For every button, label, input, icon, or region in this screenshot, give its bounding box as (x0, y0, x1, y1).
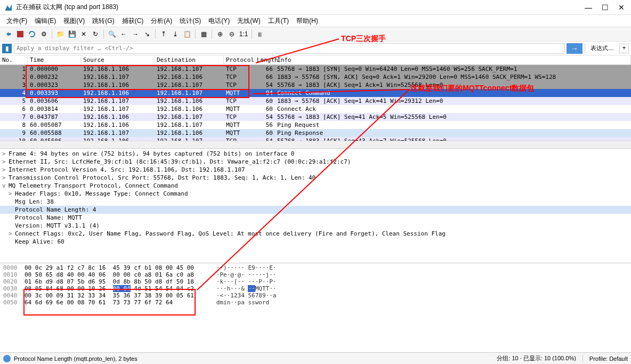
auto-scroll-icon[interactable]: 📋 (182, 29, 192, 39)
col-header-length[interactable]: Length (255, 55, 275, 64)
packet-row[interactable]: 860.005087192.168.1.106192.168.1.107MQTT… (0, 121, 631, 129)
hex-row[interactable]: 003008 05 84 68 00 00 10 26 00 04 4d 51 … (3, 285, 628, 292)
close-button[interactable]: ✕ (618, 3, 625, 12)
statusbar: Protocol Name Length (mqtt.proto_len), 2… (0, 352, 631, 364)
minimize-button[interactable]: — (585, 3, 592, 12)
expression-button[interactable]: 表达式… (587, 43, 617, 53)
tree-row[interactable]: Version: MQTT v3.1.1 (4) (0, 222, 631, 230)
packet-list-pane[interactable]: No. Time Source Destination Protocol Len… (0, 55, 631, 149)
filter-bookmark-icon[interactable]: ▮ (2, 44, 12, 53)
col-header-info[interactable]: Info (275, 55, 631, 64)
last-packet-icon[interactable]: ⤓ (170, 29, 181, 39)
hex-row[interactable]: 004000 3c 00 09 31 32 33 34 35 36 37 38 … (3, 292, 628, 299)
save-file-icon[interactable]: 💾 (67, 29, 77, 39)
menu-item[interactable]: 分析(A) (148, 15, 175, 27)
status-profile-text[interactable]: Profile: Default (589, 355, 628, 362)
menubar: 文件(F)编辑(E)视图(V)跳转(G)捕获(C)分析(A)统计(S)电话(Y)… (0, 15, 631, 27)
display-filter-input[interactable] (14, 43, 564, 54)
status-left-text: Protocol Name Length (mqtt.proto_len), 2… (14, 355, 137, 362)
tree-row[interactable]: Protocol Name: MQTT (0, 214, 631, 222)
toolbar: ⚙ 📁 💾 ✕ ↻ 🔍 ← → ↘ ⤒ ⤓ 📋 ▦ ⊕ ⊖ 1:1 ⫼ (0, 27, 631, 42)
goto-icon[interactable]: ↘ (142, 29, 152, 39)
menu-item[interactable]: 视图(V) (60, 15, 88, 27)
maximize-button[interactable]: ☐ (602, 3, 609, 12)
add-filter-button[interactable]: + (619, 44, 629, 53)
packet-bytes-pane[interactable]: 000000 0c 29 a1 f2 c7 8c 16 45 39 cf b1 … (0, 263, 631, 364)
apply-filter-button[interactable]: → (567, 43, 583, 54)
menu-item[interactable]: 电话(Y) (205, 15, 233, 27)
zoom-reset-icon[interactable]: 1:1 (238, 29, 249, 39)
packet-row[interactable]: 60.003814192.168.1.107192.168.1.106MQTT6… (0, 105, 631, 113)
svg-rect-0 (17, 31, 23, 37)
menu-item[interactable]: 工具(T) (265, 15, 292, 27)
packet-row[interactable]: 20.000232192.168.1.107192.168.1.106TCP66… (0, 73, 631, 81)
packet-row[interactable]: 960.005588192.168.1.107192.168.1.106MQTT… (0, 129, 631, 137)
wireshark-icon (4, 3, 13, 12)
hex-row[interactable]: 000000 0c 29 a1 f2 c7 8c 16 45 39 cf b1 … (3, 264, 628, 271)
tree-row[interactable]: >Internet Protocol Version 4, Src: 192.1… (0, 166, 631, 174)
menu-item[interactable]: 统计(S) (176, 15, 204, 27)
first-packet-icon[interactable]: ⤒ (158, 29, 169, 39)
options-icon[interactable]: ⚙ (38, 29, 49, 39)
open-file-icon[interactable]: 📁 (55, 29, 66, 39)
expert-info-icon[interactable] (3, 355, 11, 362)
restart-capture-icon[interactable] (27, 29, 37, 39)
colorize-icon[interactable]: ▦ (198, 29, 209, 39)
menu-item[interactable]: 捕获(C) (119, 15, 147, 27)
packet-list-header[interactable]: No. Time Source Destination Protocol Len… (0, 55, 631, 65)
tree-row[interactable]: >Ethernet II, Src: LcfcHefe_39:cf:b1 (8c… (0, 158, 631, 166)
packet-row[interactable]: 10.000000192.168.1.106192.168.1.107TCP66… (0, 65, 631, 73)
packet-row[interactable]: 40.003393192.168.1.106192.168.1.107MQTT9… (0, 89, 631, 97)
zoom-out-icon[interactable]: ⊖ (226, 29, 237, 39)
status-packets-text: 分组: 10 · 已显示: 10 (100.0%) (497, 354, 576, 362)
resize-columns-icon[interactable]: ⫼ (255, 29, 265, 39)
packet-detail-pane[interactable]: >Frame 4: 94 bytes on wire (752 bits), 9… (0, 149, 631, 263)
menu-item[interactable]: 无线(W) (234, 15, 263, 27)
packet-row[interactable]: 50.003606192.168.1.107192.168.1.106TCP60… (0, 97, 631, 105)
tree-row[interactable]: Msg Len: 38 (0, 198, 631, 206)
titlebar: 正在捕获 以太网 (tcp and port 1883) — ☐ ✕ (0, 0, 631, 15)
tree-row[interactable]: >Connect Flags: 0xc2, User Name Flag, Pa… (0, 230, 631, 238)
tree-row[interactable]: >Header Flags: 0x10, Message Type: Conne… (0, 190, 631, 198)
menu-item[interactable]: 跳转(G) (89, 15, 117, 27)
stop-capture-icon[interactable] (15, 29, 26, 39)
next-icon[interactable]: → (130, 29, 141, 39)
packet-list-hscroll[interactable] (0, 141, 631, 148)
hex-row[interactable]: 005064 6d 69 6e 00 08 70 61 73 73 77 6f … (3, 299, 628, 306)
tree-row[interactable]: >Frame 4: 94 bytes on wire (752 bits), 9… (0, 150, 631, 158)
col-header-destination[interactable]: Destination (155, 55, 224, 64)
menu-item[interactable]: 帮助(H) (293, 15, 321, 27)
tree-row[interactable]: Protocol Name Length: 4 (0, 206, 631, 214)
start-capture-icon[interactable] (3, 29, 14, 39)
menu-item[interactable]: 文件(F) (3, 15, 30, 27)
close-file-icon[interactable]: ✕ (78, 29, 89, 39)
hex-row[interactable]: 002001 6b d9 d8 07 5b d6 95 0d 8b 8b 50 … (3, 278, 628, 285)
tree-row[interactable]: >Transmission Control Protocol, Src Port… (0, 174, 631, 182)
packet-row[interactable]: 70.043787192.168.1.106192.168.1.107TCP54… (0, 113, 631, 121)
tree-row[interactable]: vMQ Telemetry Transport Protocol, Connec… (0, 182, 631, 190)
menu-item[interactable]: 编辑(E) (31, 15, 59, 27)
col-header-time[interactable]: Time (28, 55, 81, 64)
find-icon[interactable]: 🔍 (107, 29, 117, 39)
col-header-no[interactable]: No. (0, 55, 28, 64)
hex-row[interactable]: 001000 50 65 d8 40 00 40 06 00 00 c0 a8 … (3, 271, 628, 278)
col-header-protocol[interactable]: Protocol (224, 55, 255, 64)
filter-bar: ▮ → 表达式… + (0, 42, 631, 55)
window-title: 正在捕获 以太网 (tcp and port 1883) (16, 3, 585, 12)
col-header-source[interactable]: Source (81, 55, 155, 64)
tree-row[interactable]: Keep Alive: 60 (0, 238, 631, 246)
reload-icon[interactable]: ↻ (90, 29, 101, 39)
zoom-in-icon[interactable]: ⊕ (215, 29, 225, 39)
prev-icon[interactable]: ← (118, 29, 129, 39)
packet-row[interactable]: 30.000323192.168.1.106192.168.1.107TCP54… (0, 81, 631, 89)
